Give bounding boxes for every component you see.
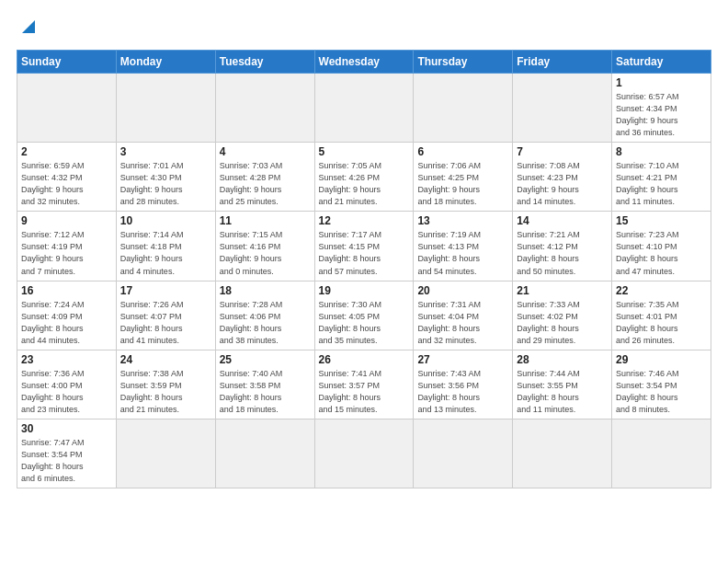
day-info: Sunrise: 7:28 AMSunset: 4:06 PMDaylight:… xyxy=(220,299,311,347)
day-info: Sunrise: 7:01 AMSunset: 4:30 PMDaylight:… xyxy=(120,160,211,208)
calendar-cell: 6Sunrise: 7:06 AMSunset: 4:25 PMDaylight… xyxy=(414,143,513,212)
day-info: Sunrise: 7:35 AMSunset: 4:01 PMDaylight:… xyxy=(616,299,707,347)
calendar-cell: 7Sunrise: 7:08 AMSunset: 4:23 PMDaylight… xyxy=(513,143,612,212)
calendar-cell: 3Sunrise: 7:01 AMSunset: 4:30 PMDaylight… xyxy=(116,143,215,212)
day-info: Sunrise: 6:59 AMSunset: 4:32 PMDaylight:… xyxy=(21,160,112,208)
day-number: 5 xyxy=(319,145,410,158)
calendar-cell: 4Sunrise: 7:03 AMSunset: 4:28 PMDaylight… xyxy=(215,143,314,212)
day-number: 13 xyxy=(417,214,508,227)
calendar-cell: 23Sunrise: 7:36 AMSunset: 4:00 PMDayligh… xyxy=(17,350,117,419)
calendar-cell: 8Sunrise: 7:10 AMSunset: 4:21 PMDaylight… xyxy=(612,143,711,212)
calendar-cell: 10Sunrise: 7:14 AMSunset: 4:18 PMDayligh… xyxy=(116,212,215,281)
calendar-cell: 15Sunrise: 7:23 AMSunset: 4:10 PMDayligh… xyxy=(612,212,711,281)
col-header-wednesday: Wednesday xyxy=(314,51,414,74)
day-number: 27 xyxy=(417,353,508,366)
col-header-monday: Monday xyxy=(116,51,215,74)
header xyxy=(17,17,711,42)
day-number: 4 xyxy=(220,145,311,158)
day-number: 7 xyxy=(517,145,608,158)
day-info: Sunrise: 7:10 AMSunset: 4:21 PMDaylight:… xyxy=(616,160,707,208)
logo-triangle-icon xyxy=(18,17,39,37)
day-info: Sunrise: 7:19 AMSunset: 4:13 PMDaylight:… xyxy=(417,229,508,277)
calendar-cell: 11Sunrise: 7:15 AMSunset: 4:16 PMDayligh… xyxy=(215,212,314,281)
calendar-cell: 20Sunrise: 7:31 AMSunset: 4:04 PMDayligh… xyxy=(414,281,513,350)
calendar-week-row: 1Sunrise: 6:57 AMSunset: 4:34 PMDaylight… xyxy=(17,74,711,143)
day-info: Sunrise: 7:44 AMSunset: 3:55 PMDaylight:… xyxy=(517,368,608,416)
calendar-week-row: 23Sunrise: 7:36 AMSunset: 4:00 PMDayligh… xyxy=(17,350,711,419)
day-number: 3 xyxy=(120,145,211,158)
col-header-sunday: Sunday xyxy=(17,51,117,74)
day-info: Sunrise: 7:14 AMSunset: 4:18 PMDaylight:… xyxy=(120,229,211,277)
page: SundayMondayTuesdayWednesdayThursdayFrid… xyxy=(0,0,728,563)
calendar-cell: 27Sunrise: 7:43 AMSunset: 3:56 PMDayligh… xyxy=(414,350,513,419)
calendar-cell xyxy=(314,419,414,488)
day-number: 8 xyxy=(616,145,707,158)
day-info: Sunrise: 7:46 AMSunset: 3:54 PMDaylight:… xyxy=(616,368,707,416)
calendar-cell xyxy=(414,74,513,143)
day-info: Sunrise: 7:05 AMSunset: 4:26 PMDaylight:… xyxy=(319,160,410,208)
day-info: Sunrise: 7:40 AMSunset: 3:58 PMDaylight:… xyxy=(220,368,311,416)
calendar-cell: 1Sunrise: 6:57 AMSunset: 4:34 PMDaylight… xyxy=(612,74,711,143)
day-info: Sunrise: 7:31 AMSunset: 4:04 PMDaylight:… xyxy=(417,299,508,347)
calendar-cell xyxy=(314,74,414,143)
calendar-cell: 28Sunrise: 7:44 AMSunset: 3:55 PMDayligh… xyxy=(513,350,612,419)
day-number: 16 xyxy=(21,284,112,297)
calendar-cell: 12Sunrise: 7:17 AMSunset: 4:15 PMDayligh… xyxy=(314,212,414,281)
calendar-cell: 17Sunrise: 7:26 AMSunset: 4:07 PMDayligh… xyxy=(116,281,215,350)
calendar-week-row: 2Sunrise: 6:59 AMSunset: 4:32 PMDaylight… xyxy=(17,143,711,212)
calendar-cell: 30Sunrise: 7:47 AMSunset: 3:54 PMDayligh… xyxy=(17,419,117,488)
day-info: Sunrise: 7:24 AMSunset: 4:09 PMDaylight:… xyxy=(21,299,112,347)
day-number: 1 xyxy=(616,76,707,89)
day-number: 15 xyxy=(616,214,707,227)
calendar-cell: 9Sunrise: 7:12 AMSunset: 4:19 PMDaylight… xyxy=(17,212,117,281)
day-info: Sunrise: 7:33 AMSunset: 4:02 PMDaylight:… xyxy=(517,299,608,347)
calendar-cell: 29Sunrise: 7:46 AMSunset: 3:54 PMDayligh… xyxy=(612,350,711,419)
day-info: Sunrise: 7:03 AMSunset: 4:28 PMDaylight:… xyxy=(220,160,311,208)
day-info: Sunrise: 7:30 AMSunset: 4:05 PMDaylight:… xyxy=(319,299,410,347)
day-info: Sunrise: 7:06 AMSunset: 4:25 PMDaylight:… xyxy=(417,160,508,208)
calendar-week-row: 9Sunrise: 7:12 AMSunset: 4:19 PMDaylight… xyxy=(17,212,711,281)
day-number: 10 xyxy=(120,214,211,227)
calendar-cell: 14Sunrise: 7:21 AMSunset: 4:12 PMDayligh… xyxy=(513,212,612,281)
day-info: Sunrise: 7:36 AMSunset: 4:00 PMDaylight:… xyxy=(21,368,112,416)
col-header-friday: Friday xyxy=(513,51,612,74)
col-header-tuesday: Tuesday xyxy=(215,51,314,74)
calendar-cell: 16Sunrise: 7:24 AMSunset: 4:09 PMDayligh… xyxy=(17,281,117,350)
day-number: 22 xyxy=(616,284,707,297)
day-number: 23 xyxy=(21,353,112,366)
day-info: Sunrise: 7:47 AMSunset: 3:54 PMDaylight:… xyxy=(21,437,112,485)
day-number: 14 xyxy=(517,214,608,227)
day-info: Sunrise: 7:17 AMSunset: 4:15 PMDaylight:… xyxy=(319,229,410,277)
day-info: Sunrise: 7:21 AMSunset: 4:12 PMDaylight:… xyxy=(517,229,608,277)
day-number: 21 xyxy=(517,284,608,297)
day-info: Sunrise: 7:26 AMSunset: 4:07 PMDaylight:… xyxy=(120,299,211,347)
day-number: 25 xyxy=(220,353,311,366)
day-number: 11 xyxy=(220,214,311,227)
day-number: 28 xyxy=(517,353,608,366)
calendar-table: SundayMondayTuesdayWednesdayThursdayFrid… xyxy=(17,50,711,488)
day-number: 6 xyxy=(417,145,508,158)
calendar-cell xyxy=(116,74,215,143)
calendar-cell: 21Sunrise: 7:33 AMSunset: 4:02 PMDayligh… xyxy=(513,281,612,350)
calendar-cell: 2Sunrise: 6:59 AMSunset: 4:32 PMDaylight… xyxy=(17,143,117,212)
day-number: 12 xyxy=(319,214,410,227)
day-info: Sunrise: 7:12 AMSunset: 4:19 PMDaylight:… xyxy=(21,229,112,277)
calendar-cell: 22Sunrise: 7:35 AMSunset: 4:01 PMDayligh… xyxy=(612,281,711,350)
svg-marker-0 xyxy=(22,20,35,33)
day-number: 29 xyxy=(616,353,707,366)
calendar-cell xyxy=(17,74,117,143)
day-info: Sunrise: 7:08 AMSunset: 4:23 PMDaylight:… xyxy=(517,160,608,208)
calendar-cell: 13Sunrise: 7:19 AMSunset: 4:13 PMDayligh… xyxy=(414,212,513,281)
calendar-week-row: 16Sunrise: 7:24 AMSunset: 4:09 PMDayligh… xyxy=(17,281,711,350)
calendar-cell xyxy=(612,419,711,488)
day-number: 17 xyxy=(120,284,211,297)
calendar-cell xyxy=(513,74,612,143)
day-number: 9 xyxy=(21,214,112,227)
calendar-cell xyxy=(414,419,513,488)
calendar-cell: 19Sunrise: 7:30 AMSunset: 4:05 PMDayligh… xyxy=(314,281,414,350)
calendar-week-row: 30Sunrise: 7:47 AMSunset: 3:54 PMDayligh… xyxy=(17,419,711,488)
day-number: 20 xyxy=(417,284,508,297)
calendar-cell xyxy=(215,74,314,143)
calendar-header-row: SundayMondayTuesdayWednesdayThursdayFrid… xyxy=(17,51,711,74)
col-header-saturday: Saturday xyxy=(612,51,711,74)
